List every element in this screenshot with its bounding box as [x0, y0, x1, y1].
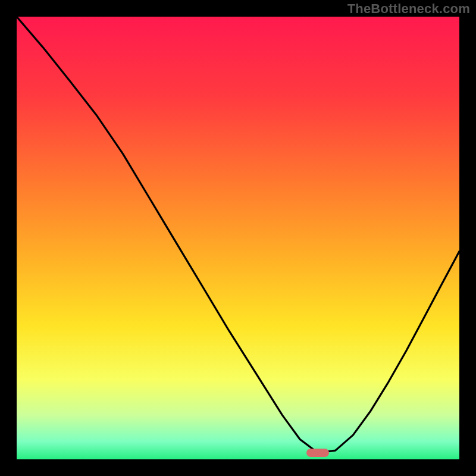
bottleneck-curve: [17, 17, 459, 459]
curve-polyline: [17, 17, 459, 453]
plot-area: [17, 17, 459, 459]
watermark-text: TheBottleneck.com: [347, 1, 470, 17]
outer-frame: TheBottleneck.com: [0, 0, 476, 476]
optimum-marker: [306, 449, 329, 457]
